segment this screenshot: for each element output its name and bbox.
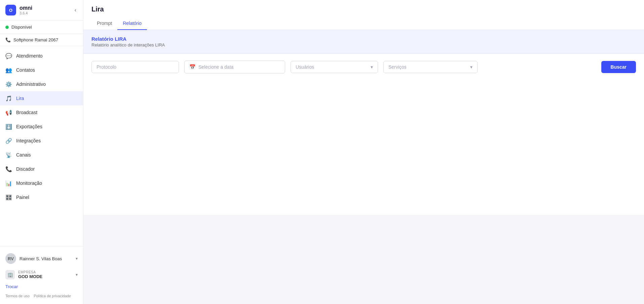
monitoracao-icon: 📊 bbox=[5, 180, 12, 187]
sidebar-item-label-painel: Painel bbox=[16, 195, 29, 200]
sidebar-item-label-administrativo: Administrativo bbox=[16, 81, 46, 87]
sidebar-item-integracoes[interactable]: 🔗 Integrações bbox=[0, 134, 83, 148]
sidebar-item-discador[interactable]: 📞 Discador bbox=[0, 162, 83, 176]
user-name: Rainner S. Vilas Boas bbox=[20, 256, 72, 261]
sidebar-collapse-button[interactable]: ‹ bbox=[73, 6, 78, 14]
report-content-area bbox=[83, 80, 644, 215]
servicos-select[interactable]: Serviços ▾ bbox=[383, 61, 478, 73]
company-name: GOD MODE bbox=[18, 274, 72, 279]
administrativo-icon: ⚙️ bbox=[5, 81, 12, 88]
filters-row: 📅 Selecione a data Usuários ▾ Serviços ▾… bbox=[83, 54, 644, 80]
calendar-icon: 📅 bbox=[189, 64, 196, 70]
sidebar-item-contatos[interactable]: 👥 Contatos bbox=[0, 63, 83, 77]
company-icon: 🏢 bbox=[5, 270, 15, 279]
sidebar-logo: O omni 3.6.4 bbox=[5, 5, 32, 15]
sidebar-item-lira[interactable]: 🎵 Lira bbox=[0, 91, 83, 105]
date-picker[interactable]: 📅 Selecione a data bbox=[184, 61, 285, 73]
privacy-link[interactable]: Política de privacidade bbox=[34, 294, 71, 298]
protocolo-input[interactable] bbox=[91, 61, 179, 73]
company-chevron-icon: ▾ bbox=[76, 272, 78, 277]
usuarios-select[interactable]: Usuários ▾ bbox=[291, 61, 378, 73]
sidebar-item-label-canais: Canais bbox=[16, 152, 31, 158]
sidebar-item-label-contatos: Contatos bbox=[16, 67, 35, 73]
sidebar-footer: RV Rainner S. Vilas Boas ▾ 🏢 EMPRESA GOD… bbox=[0, 246, 83, 304]
sidebar-item-label-atendimento: Atendimento bbox=[16, 53, 43, 59]
sidebar-item-label-integracoes: Integrações bbox=[16, 138, 41, 143]
terms-link[interactable]: Termos de uso bbox=[5, 294, 30, 298]
usuarios-label: Usuários bbox=[296, 64, 314, 70]
date-picker-label: Selecione a data bbox=[198, 64, 233, 70]
page-title: Lira bbox=[91, 5, 636, 13]
tab-relatorio[interactable]: Relatório bbox=[117, 17, 147, 30]
company-info: EMPRESA GOD MODE bbox=[18, 270, 72, 279]
status-dot bbox=[5, 26, 9, 29]
user-status[interactable]: Disponível bbox=[0, 21, 83, 34]
phone-icon: 📞 bbox=[5, 37, 11, 42]
company-section[interactable]: 🏢 EMPRESA GOD MODE ▾ bbox=[0, 267, 83, 282]
chevron-down-icon: ▾ bbox=[76, 256, 78, 261]
footer-links: Termos de uso Política de privacidade bbox=[0, 291, 83, 301]
app-logo-icon: O bbox=[5, 5, 16, 15]
switch-company-link[interactable]: Trocar bbox=[0, 282, 83, 291]
page-body: Relatório LIRA Relatório analítico de in… bbox=[83, 30, 644, 304]
tab-prompt[interactable]: Prompt bbox=[91, 17, 117, 30]
sidebar-item-label-exportacoes: Exportações bbox=[16, 124, 42, 129]
softphone-info: 📞 Softphone Ramal 2067 bbox=[0, 34, 83, 46]
sidebar-item-administrativo[interactable]: ⚙️ Administrativo bbox=[0, 77, 83, 91]
sidebar-item-label-broadcast: Broadcast bbox=[16, 110, 37, 115]
sidebar-item-label-lira: Lira bbox=[16, 96, 24, 101]
buscar-button[interactable]: Buscar bbox=[601, 61, 636, 73]
usuarios-chevron-icon: ▾ bbox=[371, 64, 373, 70]
canais-icon: 📡 bbox=[5, 151, 12, 158]
app-version: 3.6.4 bbox=[20, 11, 32, 15]
sidebar-item-monitoracao[interactable]: 📊 Monitoração bbox=[0, 176, 83, 190]
sidebar-item-atendimento[interactable]: 💬 Atendimento bbox=[0, 49, 83, 63]
sidebar-item-canais[interactable]: 📡 Canais bbox=[0, 148, 83, 162]
sidebar: O omni 3.6.4 ‹ Disponível 📞 Softphone Ra… bbox=[0, 0, 83, 304]
logo-text: omni 3.6.4 bbox=[20, 5, 32, 15]
lira-icon: 🎵 bbox=[5, 95, 12, 102]
tabs: Prompt Relatório bbox=[91, 17, 636, 30]
main-content: Lira Prompt Relatório Relatório LIRA Rel… bbox=[83, 0, 644, 304]
broadcast-icon: 📢 bbox=[5, 109, 12, 116]
atendimento-icon: 💬 bbox=[5, 53, 12, 59]
company-label: EMPRESA bbox=[18, 270, 72, 274]
contatos-icon: 👥 bbox=[5, 67, 12, 73]
page-header: Lira Prompt Relatório bbox=[83, 0, 644, 30]
user-section[interactable]: RV Rainner S. Vilas Boas ▾ bbox=[0, 250, 83, 267]
report-subtitle: Relatório analítico de interações LIRA bbox=[91, 42, 636, 47]
integracoes-icon: 🔗 bbox=[5, 137, 12, 144]
user-avatar: RV bbox=[5, 253, 16, 264]
discador-icon: 📞 bbox=[5, 166, 12, 172]
softphone-label: Softphone Ramal 2067 bbox=[13, 37, 58, 42]
sidebar-item-exportacoes[interactable]: ⬇️ Exportações bbox=[0, 120, 83, 134]
report-header: Relatório LIRA Relatório analítico de in… bbox=[83, 30, 644, 54]
sidebar-item-painel[interactable]: 🎛️ Painel bbox=[0, 190, 83, 204]
servicos-label: Serviços bbox=[388, 64, 407, 70]
report-title: Relatório LIRA bbox=[91, 36, 636, 42]
sidebar-nav: 💬 Atendimento 👥 Contatos ⚙️ Administrati… bbox=[0, 46, 83, 246]
painel-icon: 🎛️ bbox=[5, 194, 12, 201]
sidebar-item-label-discador: Discador bbox=[16, 166, 35, 172]
app-name: omni bbox=[20, 5, 32, 11]
sidebar-header: O omni 3.6.4 ‹ bbox=[0, 0, 83, 21]
status-label: Disponível bbox=[11, 25, 32, 30]
sidebar-item-broadcast[interactable]: 📢 Broadcast bbox=[0, 105, 83, 120]
servicos-chevron-icon: ▾ bbox=[470, 64, 472, 70]
exportacoes-icon: ⬇️ bbox=[5, 123, 12, 130]
sidebar-item-label-monitoracao: Monitoração bbox=[16, 180, 42, 186]
